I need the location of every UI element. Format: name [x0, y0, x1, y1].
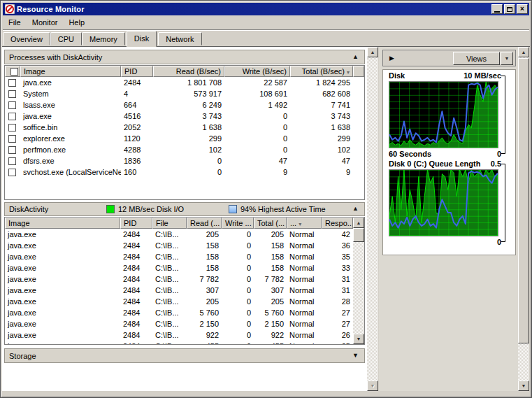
expand-arrow-icon[interactable]: ▼ — [352, 352, 359, 359]
select-all-checkbox[interactable] — [10, 68, 18, 76]
left-pane-scrollbar[interactable]: ▲ ▼ — [367, 47, 378, 391]
column-header-respo[interactable]: Respo... — [322, 218, 353, 229]
table-row[interactable]: java.exe2484C:\IB...3070307Normal31 — [5, 285, 353, 296]
tab-network[interactable]: Network — [158, 32, 201, 45]
collapse-arrow-icon[interactable]: ▲ — [352, 205, 359, 212]
row-checkbox[interactable] — [8, 124, 16, 132]
row-checkbox[interactable] — [8, 79, 16, 87]
cell: 31 — [322, 286, 353, 294]
table-row[interactable]: java.exe2484C:\IB...1580158Normal33 — [5, 262, 353, 273]
collapse-arrow-icon[interactable]: ▲ — [352, 53, 359, 60]
table-row[interactable]: java.exe2484C:\IB...1580158Normal36 — [5, 240, 353, 251]
maximize-button[interactable] — [504, 4, 515, 14]
cell: perfmon.exe — [20, 145, 121, 154]
column-header-image[interactable]: Image — [20, 66, 121, 77]
row-checkbox[interactable] — [8, 169, 16, 176]
tab-overview[interactable]: Overview — [3, 32, 50, 45]
cell: 158 — [254, 253, 287, 261]
panel-expander-icon[interactable]: ▶ — [389, 55, 394, 62]
cell: 0 — [222, 297, 254, 306]
cell: 0 — [222, 241, 254, 250]
table-row[interactable]: java.exe2484C:\IB...5 76005 760Normal27 — [5, 307, 353, 318]
storage-section-header[interactable]: Storage ▼ — [4, 348, 365, 363]
queue-length-graph — [389, 169, 498, 236]
scale-bracket — [501, 76, 505, 154]
table-row[interactable]: java.exe2484C:\IB...9220922Normal26 — [5, 329, 353, 341]
table-row[interactable]: java.exe2484C:\IB...2050205Normal28 — [5, 296, 353, 307]
cell: 2484 — [120, 230, 152, 239]
scrollbar-thumb[interactable] — [353, 228, 364, 242]
disk-activity-section-title: DiskActivity — [9, 205, 48, 213]
cell: 2484 — [121, 78, 153, 87]
table-row[interactable]: java.exe45163 74303 743 — [5, 111, 364, 122]
table-row[interactable]: java.exe2484C:\IB...2 15002 150Normal27 — [5, 318, 353, 329]
table-row[interactable]: java.exe2484C:\IB...1580158Normal35 — [5, 251, 353, 262]
title-bar[interactable]: Resource Monitor × — [3, 3, 529, 15]
cell: 307 — [254, 286, 287, 294]
column-header-label: Total (... — [257, 219, 285, 227]
cell: 1 824 295 — [290, 78, 353, 87]
row-checkbox[interactable] — [8, 101, 16, 109]
column-header-total-b-sec-[interactable]: Total (B/sec)▾ — [290, 66, 353, 77]
tab-memory[interactable]: Memory — [82, 32, 125, 45]
scroll-down-button[interactable]: ▼ — [367, 381, 378, 391]
queue-graph-scale: 0.5 — [491, 159, 501, 169]
row-checkbox[interactable] — [8, 157, 16, 165]
cell: Normal — [287, 320, 322, 328]
cell: 31 — [322, 275, 353, 283]
scale-bracket — [501, 164, 505, 242]
row-checkbox[interactable] — [8, 90, 16, 98]
cell: C:\IB... — [152, 275, 187, 283]
cell: Normal — [287, 241, 322, 250]
table-row[interactable]: explorer.exe11202990299 — [5, 133, 364, 144]
row-checkbox[interactable] — [8, 113, 16, 120]
column-header-pid[interactable]: PID — [120, 218, 152, 229]
menu-monitor[interactable]: Monitor — [27, 17, 63, 27]
tab-cpu[interactable]: CPU — [50, 32, 82, 45]
table-row[interactable]: java.exe24841 801 70822 5871 824 295 — [5, 77, 364, 88]
table-row[interactable]: java.exe2484C:\IB...2050205Normal42 — [5, 229, 353, 240]
menu-help[interactable]: Help — [64, 17, 89, 27]
column-header-read-b-sec-[interactable]: Read (B/sec) — [153, 66, 224, 77]
column-header-read[interactable]: Read (... — [187, 218, 222, 229]
column-header-priority[interactable]: ...▾ — [287, 218, 322, 229]
column-header-total[interactable]: Total (... — [254, 218, 287, 229]
column-header-label: File — [156, 219, 168, 227]
column-header-write-b-sec-[interactable]: Write (B/sec) — [224, 66, 290, 77]
minimize-button[interactable] — [491, 4, 503, 14]
table-row[interactable]: perfmon.exe42881020102 — [5, 144, 364, 155]
column-header-write[interactable]: Write ... — [222, 218, 254, 229]
right-pane-scrollbar[interactable]: ▲ ▼ — [518, 47, 529, 391]
table-row[interactable]: svchost.exe (LocalServiceNetwo...160099 — [5, 166, 364, 178]
table-row[interactable]: soffice.bin20521 63801 638 — [5, 122, 364, 133]
scroll-up-button[interactable]: ▲ — [367, 47, 378, 57]
scrollbar-thumb[interactable] — [518, 58, 529, 343]
table-row[interactable]: dfsrs.exe183604747 — [5, 155, 364, 166]
views-dropdown-button[interactable]: ▼ — [501, 52, 513, 65]
menu-file[interactable]: File — [3, 17, 26, 27]
row-checkbox[interactable] — [8, 146, 16, 154]
column-header-image[interactable]: Image — [5, 218, 120, 229]
scroll-down-button[interactable]: ▼ — [518, 381, 529, 391]
row-checkbox[interactable] — [8, 135, 16, 143]
cell: 3 743 — [290, 112, 353, 120]
disk-activity-scrollbar[interactable]: ▲ ▼ — [353, 218, 364, 344]
cell: C:\IB... — [152, 253, 187, 261]
column-header-file[interactable]: File — [152, 218, 187, 229]
cell: 2484 — [120, 342, 152, 345]
cell: 299 — [290, 134, 353, 143]
column-header-pid[interactable]: PID — [121, 66, 153, 77]
close-button[interactable]: × — [517, 4, 528, 14]
table-row[interactable]: lsass.exe6646 2491 4927 741 — [5, 99, 364, 111]
table-row[interactable]: System4573 917108 691682 608 — [5, 88, 364, 99]
disk-activity-section-header[interactable]: DiskActivity 12 MB/sec Disk I/O 94% High… — [4, 202, 365, 216]
views-button[interactable]: Views — [453, 52, 500, 65]
scroll-down-button[interactable]: ▼ — [353, 334, 364, 344]
cell: 2052 — [121, 123, 153, 132]
table-row[interactable]: java.exe2484C:\IB...4550455Normal25 — [5, 341, 353, 345]
scroll-up-button[interactable]: ▲ — [353, 218, 364, 228]
processes-section-header[interactable]: Processes with DiskActivity ▲ — [4, 50, 365, 64]
table-row[interactable]: java.exe2484C:\IB...7 78207 782Normal31 — [5, 273, 353, 285]
tab-disk[interactable]: Disk — [127, 31, 157, 47]
scroll-up-button[interactable]: ▲ — [518, 47, 529, 57]
